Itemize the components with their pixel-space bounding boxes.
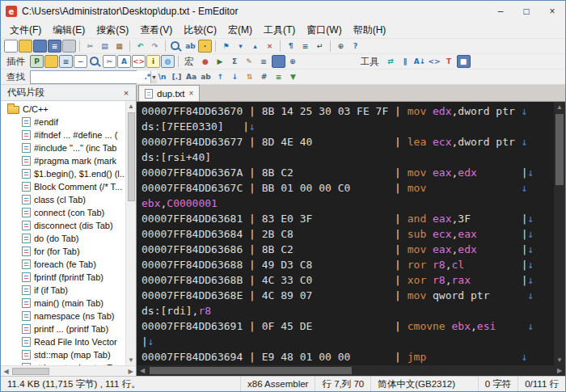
editor-line[interactable]: 00007FF84DD63694 | E9 48 01 00 00 | jmp … [142, 349, 554, 365]
editor-vertical-scrollbar[interactable]: ▲ ▼ [554, 102, 565, 365]
compare-icon[interactable]: ⇄ [384, 55, 398, 68]
find-icon[interactable] [169, 40, 183, 53]
find-input[interactable] [31, 71, 150, 83]
status-encoding[interactable]: 简体中文(GB2312) [370, 377, 462, 391]
tree-item[interactable]: $1.begin(), $1.end() (l... [1, 167, 125, 180]
editor-line[interactable]: ds:[rdi],r8 [142, 303, 554, 318]
snippets-plugin-icon[interactable]: ✂ [103, 55, 116, 68]
snippets-horizontal-scrollbar[interactable]: ◀ ▶ [1, 365, 136, 376]
filter-icon[interactable]: ≡ [272, 70, 285, 83]
tooltip-plugin-icon[interactable]: i [146, 55, 160, 68]
print-icon[interactable] [62, 40, 76, 53]
redo-icon[interactable]: ↷ [148, 40, 162, 53]
menu-item[interactable]: 搜索(S) [91, 22, 134, 38]
editor-line[interactable]: 00007FF84DD6368E | 4C 89 07 | mov qword … [142, 288, 554, 303]
tree-item[interactable]: connect (con Tab) [1, 206, 125, 219]
tree-folder-cpp[interactable]: C/C++ [1, 103, 125, 116]
scroll-up-icon[interactable]: ▲ [126, 101, 137, 112]
edit-macro-icon[interactable]: ✎ [243, 55, 256, 68]
ignore-case-icon[interactable]: Aa [184, 70, 198, 83]
menu-item[interactable]: 查看(V) [134, 22, 178, 38]
scroll-down-icon[interactable]: ▼ [554, 355, 565, 365]
save-all-icon[interactable]: ≡ [48, 40, 61, 53]
panel-close-icon[interactable]: × [120, 88, 133, 98]
tree-item[interactable]: foreach (fe Tab) [1, 258, 125, 271]
tree-item[interactable]: Read File Into Vector [1, 335, 125, 348]
tree-item[interactable]: class (cl Tab) [1, 193, 125, 206]
editor-line[interactable]: 00007FF84DD63681 | 83 E0 3F | and eax,3F… [142, 211, 554, 226]
editor-line[interactable]: 00007FF84DD63677 | 8D 4E 40 | lea ecx,dw… [142, 134, 554, 150]
editor-line[interactable]: 00007FF84DD6367C | BB 01 00 00 C0 | mov … [142, 180, 554, 196]
save-icon[interactable] [33, 40, 47, 53]
tree-item[interactable]: #endif [1, 116, 125, 129]
word-complete-plugin-icon[interactable]: A [117, 55, 131, 68]
tree-item[interactable]: namespace (ns Tab) [1, 310, 125, 322]
menu-item[interactable]: 比较(C) [178, 22, 222, 38]
tag-jump-icon[interactable]: <> [428, 55, 441, 68]
tab-dup-txt[interactable]: dup.txt × [138, 85, 200, 101]
tree-item[interactable]: disconnect (dis Tab) [1, 219, 125, 232]
show-marks-icon[interactable]: ¶ [284, 40, 298, 53]
find-in-files-icon[interactable]: · [198, 40, 212, 53]
outline-icon[interactable]: ≡ [298, 40, 312, 53]
snippets-vertical-scrollbar[interactable]: ▲ ▼ [125, 101, 136, 365]
tree-item[interactable]: #ifndef ... #define ... ( [1, 129, 125, 141]
maximize-button[interactable]: □ [513, 1, 539, 22]
tree-item[interactable]: printf ... (printf Tab) [1, 322, 125, 335]
save-macro-icon[interactable] [272, 55, 285, 68]
tree-item[interactable]: for (for Tab) [1, 245, 125, 258]
replace-icon[interactable]: ab [184, 40, 197, 53]
editor[interactable]: 00007FF84DD63670 | 8B 14 25 30 03 FE 7F … [137, 102, 554, 365]
menu-item[interactable]: 文件(F) [4, 22, 47, 38]
editor-line[interactable]: ds:[7FEE0330] |↓ [142, 119, 554, 134]
record-macro-icon[interactable]: ● [199, 55, 213, 68]
tree-item[interactable]: do (do Tab) [1, 232, 125, 245]
cut-icon[interactable]: ✂ [83, 40, 97, 53]
new-file-icon[interactable] [4, 40, 18, 53]
web-preview-plugin-icon[interactable]: ◍ [161, 55, 175, 68]
extract-icon[interactable]: ▼ [286, 70, 300, 83]
scroll-left-icon[interactable]: ◀ [1, 366, 11, 377]
outline-plugin-icon[interactable]: − [74, 55, 87, 68]
editor-line[interactable]: 00007FF84DD6367A | 8B C2 | mov eax,edx |… [142, 165, 554, 180]
editor-horizontal-scrollbar[interactable]: ◀ ▶ [137, 365, 565, 376]
toggle-direction-icon[interactable]: ⇅ [243, 70, 256, 83]
scroll-up-icon[interactable]: ▲ [554, 102, 565, 112]
open-file-icon[interactable] [19, 40, 32, 53]
tree-item[interactable]: #include "..." (inc Tab [1, 141, 125, 154]
editor-line[interactable]: 00007FF84DD63691 | 0F 45 DE | cmovne ebx… [142, 318, 554, 334]
tree-item[interactable]: std::map (map Tab) [1, 348, 125, 361]
macro-options-icon[interactable]: ⊕ [286, 55, 300, 68]
customize-icon[interactable]: ⊕ [334, 40, 348, 53]
escape-seq-icon[interactable]: \n [155, 70, 169, 83]
paste-icon[interactable]: ▦ [112, 40, 126, 53]
scroll-right-icon[interactable]: ▶ [125, 366, 136, 377]
tree-item[interactable]: Block Comment (/* T... [1, 180, 125, 193]
editor-line[interactable]: |↓ [142, 334, 554, 349]
find-next-icon[interactable]: ↓ [228, 70, 242, 83]
scroll-thumb[interactable] [555, 114, 564, 185]
play-macro-icon[interactable]: ▶ [213, 55, 227, 68]
sync-scroll-icon[interactable]: ∥ [399, 55, 412, 68]
bookmark-icon[interactable]: ⚑ [219, 40, 233, 53]
editor-line[interactable]: 00007FF84DD63684 | 2B C8 | sub ecx,eax |… [142, 226, 554, 242]
plugin-manager-icon[interactable]: ■ [457, 55, 471, 68]
copy-icon[interactable]: ▤ [98, 40, 112, 53]
open-documents-plugin-icon[interactable]: ≡ [59, 55, 73, 68]
find-prev-icon[interactable]: ↑ [213, 70, 227, 83]
menu-item[interactable]: 窗口(W) [301, 22, 347, 38]
whole-word-icon[interactable]: ab [199, 70, 213, 83]
html-bar-plugin-icon[interactable]: <> [132, 55, 146, 68]
editor-line[interactable]: 00007FF84DD63670 | 8B 14 25 30 03 FE 7F … [142, 103, 554, 119]
wildcard-icon[interactable]: [.] [170, 70, 184, 83]
macro-sigma-icon[interactable]: Σ [228, 55, 242, 68]
editor-line[interactable]: ds:[rsi+40] [142, 150, 554, 165]
prev-bookmark-icon[interactable]: ▴ [248, 40, 262, 53]
status-syntax[interactable]: x86 Assembler [240, 377, 315, 391]
regex-icon[interactable]: .* [141, 70, 154, 83]
menu-item[interactable]: 帮助(H) [348, 22, 392, 38]
clear-bookmarks-icon[interactable]: × [263, 40, 277, 53]
tree-item[interactable]: fprintf (fprintf Tab) [1, 271, 125, 284]
editor-line[interactable]: ebx,C0000001 [142, 196, 554, 211]
scroll-left-icon[interactable]: ◀ [137, 365, 148, 376]
